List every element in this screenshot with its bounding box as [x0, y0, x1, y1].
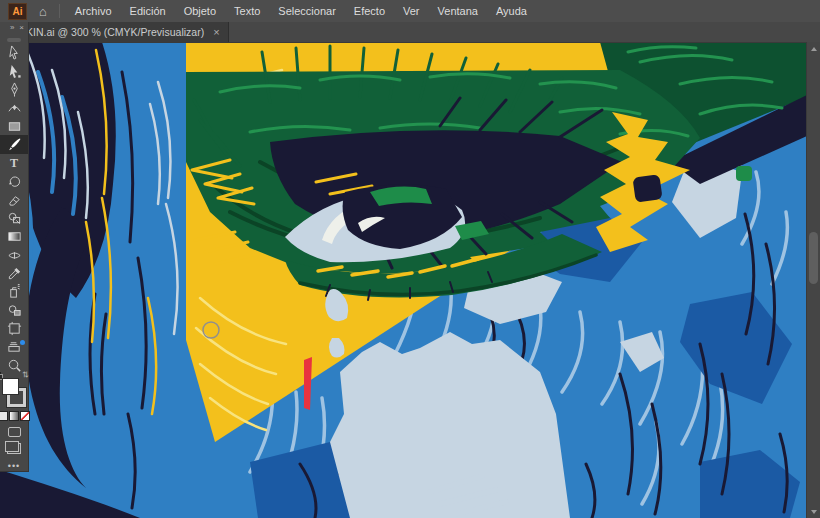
shape-builder-icon: [7, 211, 22, 226]
panel-grip[interactable]: [7, 38, 21, 42]
drawing-modes-button[interactable]: [8, 427, 21, 438]
tab-close-icon[interactable]: ×: [213, 26, 219, 38]
tool-eraser[interactable]: [0, 191, 28, 209]
tool-pen[interactable]: [0, 80, 28, 98]
tool-curvature[interactable]: [0, 99, 28, 117]
pen-icon: [7, 82, 22, 97]
app-logo-icon[interactable]: Ai: [8, 3, 27, 20]
tool-shape-builder[interactable]: [0, 209, 28, 227]
tools-panel: » ×: [0, 22, 29, 472]
edit-toolbar-ellipsis[interactable]: •••: [8, 461, 20, 471]
tool-width[interactable]: [0, 246, 28, 264]
tool-type[interactable]: T: [0, 154, 28, 172]
chevron-up-icon[interactable]: [807, 42, 820, 55]
color-button[interactable]: [0, 411, 8, 421]
eraser-icon: [7, 192, 22, 207]
tool-paintbrush[interactable]: [0, 135, 28, 153]
menu-objeto[interactable]: Objeto: [175, 0, 225, 22]
document-tab[interactable]: KIN.ai @ 300 % (CMYK/Previsualizar) ×: [20, 22, 229, 42]
artboard-icon: [7, 321, 22, 336]
type-icon: T: [10, 157, 18, 169]
art-feather-navy-square: [632, 174, 662, 203]
rectangle-icon: [7, 119, 22, 134]
paintbrush-icon: [7, 137, 22, 152]
menu-ver[interactable]: Ver: [394, 0, 429, 22]
tool-shapes[interactable]: [0, 301, 28, 319]
gradient-button[interactable]: [9, 411, 19, 421]
tool-direct-selection[interactable]: [0, 62, 28, 80]
menu-texto[interactable]: Texto: [225, 0, 269, 22]
tool-symbol-sprayer[interactable]: [0, 283, 28, 301]
gradient-icon: [7, 229, 22, 244]
close-panel-icon[interactable]: ×: [19, 24, 24, 35]
swap-fill-stroke-icon[interactable]: ⇄: [21, 371, 30, 378]
illustrator-window: Ai ⌂ Archivo Edición Objeto Texto Selecc…: [0, 0, 820, 518]
eyedropper-icon: [7, 266, 22, 281]
none-button[interactable]: [20, 411, 30, 421]
home-icon[interactable]: ⌂: [39, 5, 47, 18]
color-mode-buttons: [0, 411, 30, 421]
menu-seleccionar[interactable]: Seleccionar: [269, 0, 344, 22]
menu-edicion[interactable]: Edición: [121, 0, 175, 22]
tool-badge-dot: [20, 340, 25, 345]
tool-slice[interactable]: [0, 338, 28, 356]
vertical-scrollbar[interactable]: [806, 42, 820, 518]
width-icon: [7, 248, 22, 263]
menu-ayuda[interactable]: Ayuda: [487, 0, 536, 22]
symbol-sprayer-icon: [7, 284, 22, 299]
zoom-icon: [7, 358, 22, 373]
collapse-panel-icon[interactable]: »: [10, 24, 14, 35]
document-tab-bar: KIN.ai @ 300 % (CMYK/Previsualizar) ×: [0, 22, 820, 43]
fill-color-chip[interactable]: [2, 378, 19, 395]
menu-separator: [59, 4, 60, 18]
menu-bar: Ai ⌂ Archivo Edición Objeto Texto Selecc…: [0, 0, 820, 22]
menu-ventana[interactable]: Ventana: [429, 0, 487, 22]
tool-rotate[interactable]: [0, 172, 28, 190]
menu-efecto[interactable]: Efecto: [345, 0, 394, 22]
shapes-icon: [7, 303, 22, 318]
document-tab-title: KIN.ai @ 300 % (CMYK/Previsualizar): [26, 26, 204, 38]
selection-arrow-icon: [7, 45, 22, 60]
art-green-dot: [736, 166, 752, 181]
tool-gradient[interactable]: [0, 227, 28, 245]
tool-artboard[interactable]: [0, 319, 28, 337]
screen-mode-button[interactable]: [7, 443, 21, 454]
direct-selection-arrow-icon: [7, 64, 22, 79]
rotate-icon: [7, 174, 22, 189]
tool-rectangle[interactable]: [0, 117, 28, 135]
menu-archivo[interactable]: Archivo: [66, 0, 121, 22]
curvature-icon: [7, 100, 22, 115]
tools-panel-header: » ×: [0, 22, 28, 35]
scrollbar-thumb[interactable]: [809, 232, 818, 284]
tool-eyedropper[interactable]: [0, 264, 28, 282]
tool-selection[interactable]: [0, 44, 28, 62]
chevron-down-icon[interactable]: [807, 505, 820, 518]
fill-stroke-control: ⇄: [1, 378, 27, 407]
document-canvas[interactable]: [0, 42, 807, 518]
